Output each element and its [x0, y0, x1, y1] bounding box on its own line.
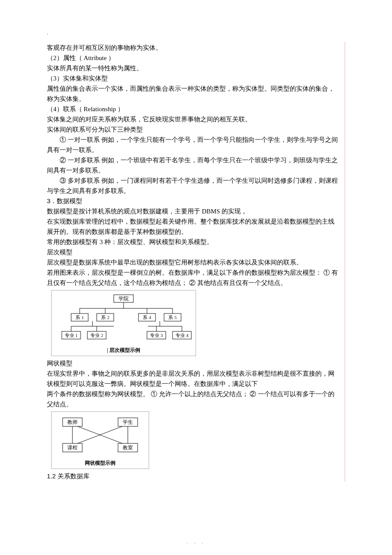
- para-hier-cond: 若用图来表示，层次模型是一棵倒立的树。在数据库中，满足以下条件的数据模型称为层次…: [47, 267, 340, 288]
- header-dot: .: [47, 30, 48, 36]
- node-dept1: 系 1: [75, 315, 84, 320]
- para-entity-def: 客观存在并可相互区别的事物称为实体。: [47, 43, 340, 53]
- hierarchy-diagram: 学院 系 1 系 2 系 4 系 5: [51, 290, 196, 356]
- para-datamodel-def: 数据模型是按计算机系统的观点对数据建模，主要用于 DBMS 的实现，: [47, 206, 340, 216]
- node-dept2: 系 2: [101, 315, 109, 320]
- node-student: 学生: [123, 419, 133, 425]
- para-one-to-one: ① 一对一联系 例如，一个学生只能有一个学号，而一个学号只能指向一个学生，则学生…: [47, 135, 340, 155]
- node-classroom: 教室: [123, 445, 133, 451]
- para-relationship-def: 实体集之间的对应关系称为联系，它反映现实世界事物之间的相互关联。: [47, 114, 340, 124]
- document-page: . 客观存在并可相互区别的事物称为实体。 （2）属性（ Attribute ） …: [0, 0, 392, 555]
- para-datamodel-role: 在实现数据库管理的过程中，数据模型起着关键作用。整个数据库技术的发展就是沿着数据…: [47, 216, 340, 237]
- node-root: 学院: [118, 296, 129, 302]
- para-relationship-head: （4）联系（ Relationship ）: [47, 104, 340, 114]
- network-svg: 教师 学生 课程 教室: [54, 415, 146, 458]
- node-major3: 专业 3: [150, 333, 163, 338]
- para-net-head: 网状模型: [47, 358, 340, 368]
- node-major1: 专业 1: [65, 333, 78, 338]
- para-datamodel-types: 常用的数据模型有 3 种：层次模型、网状模型和关系模型。: [47, 237, 340, 247]
- network-caption: 网状模型示例: [54, 460, 146, 467]
- para-attribute-def: 实体所具有的某一特性称为属性。: [47, 63, 340, 73]
- para-hier-head: 层次模型: [47, 247, 340, 257]
- para-one-to-many: ② 一对多联系 例如，一个班级中有若干名学生，而每个学生只在一个班级中学习，则班…: [47, 155, 340, 175]
- content-body: 客观存在并可相互区别的事物称为实体。 （2）属性（ Attribute ） 实体…: [47, 43, 345, 481]
- node-major2: 专业 2: [90, 333, 103, 338]
- node-dept4: 系 4: [143, 315, 151, 320]
- node-course: 课程: [67, 445, 78, 451]
- para-hier-def: 层次模型是数据库系统中最早出现的数据模型它用树形结构表示各实体以及实体间的联系。: [47, 257, 340, 267]
- para-entityset-head: （3）实体集和实体型: [47, 73, 340, 83]
- para-many-to-many: ③ 多对多联系 例如，一门课程同时有若干个学生选修，而一个学生可以同时选修多门课…: [47, 175, 340, 196]
- footer-dots: . . .: [0, 539, 392, 544]
- para-datamodel-head: 3．数据模型: [47, 196, 340, 206]
- para-section-1-2: 1.2 关系数据库: [47, 471, 340, 481]
- para-entityset-def: 属性值的集合表示一个实体，而属性的集合表示一种实体的类型，称为实体型。同类型的实…: [47, 83, 340, 104]
- para-attribute-head: （2）属性（ Attribute ）: [47, 53, 340, 63]
- node-major4: 专业 4: [176, 333, 189, 338]
- para-relation-types: 实体间的联系可分为以下三种类型: [47, 124, 340, 135]
- hierarchy-svg: 学院 系 1 系 2 系 4 系 5: [54, 294, 193, 345]
- network-diagram: 教师 学生 课程 教室 网状模型示例: [51, 411, 149, 469]
- hierarchy-caption: | 层次模型示例: [54, 347, 193, 354]
- para-net-cond: 两个条件的数据模型称为网状模型。 ① 允许一个以上的结点无父结点； ② 一个结点…: [47, 389, 340, 409]
- para-net-def: 在现实世界中，事物之间的联系更多的是非层次关系的，用层次模型表示非树型结构是很不…: [47, 368, 340, 389]
- node-dept5: 系 5: [168, 315, 177, 320]
- node-teacher: 教师: [67, 419, 78, 425]
